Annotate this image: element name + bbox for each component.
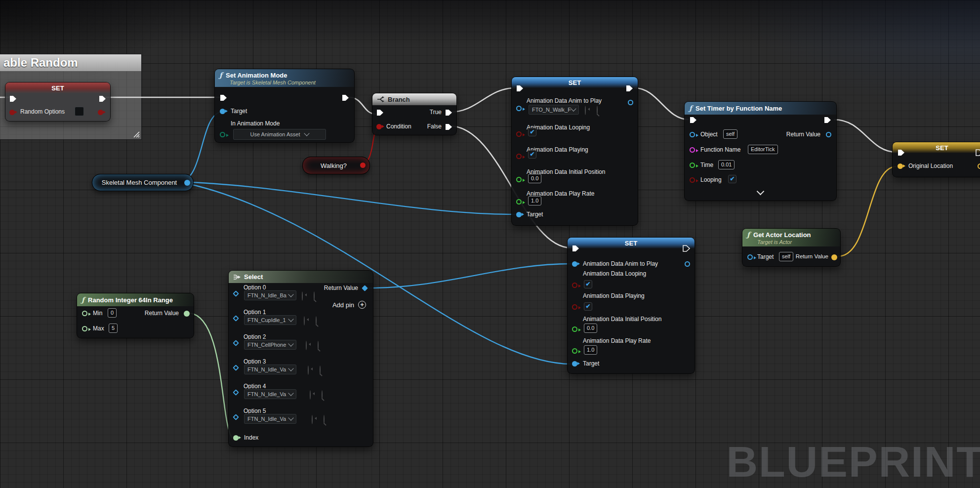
reset-to-default-icon[interactable] bbox=[308, 366, 309, 375]
index-pin[interactable] bbox=[233, 435, 239, 441]
reset-to-default-icon[interactable] bbox=[304, 316, 305, 325]
browse-asset-icon[interactable] bbox=[314, 291, 315, 301]
target-pin[interactable] bbox=[747, 254, 753, 260]
min-pin[interactable] bbox=[82, 311, 87, 316]
comment-resize-handle-icon[interactable] bbox=[132, 130, 140, 138]
node-expander-chevron-icon[interactable] bbox=[757, 188, 765, 196]
max-value[interactable]: 5 bbox=[109, 324, 118, 333]
looping-pin[interactable] bbox=[516, 131, 522, 137]
in-animation-mode-pin[interactable] bbox=[220, 132, 225, 137]
playing-pin[interactable] bbox=[516, 154, 522, 159]
exec-in-pin[interactable] bbox=[572, 245, 579, 252]
looping-pin[interactable] bbox=[572, 283, 577, 288]
option-3-dropdown[interactable]: FTN_N_Idle_Va bbox=[244, 364, 297, 375]
option-5-pin[interactable] bbox=[233, 414, 239, 420]
node-random-integer-64-in-range[interactable]: ƒ Random Integer 64In Range Min 0 Return… bbox=[77, 293, 194, 338]
play-rate-value[interactable]: 1.0 bbox=[584, 345, 597, 355]
looping-pin[interactable] bbox=[690, 177, 695, 183]
option-5-dropdown[interactable]: FTN_N_Idle_Va bbox=[244, 413, 297, 424]
comment-title[interactable]: able Random bbox=[0, 54, 141, 71]
playing-pin[interactable] bbox=[572, 304, 577, 310]
anim-to-play-in-pin[interactable] bbox=[516, 106, 522, 111]
option-0-pin[interactable] bbox=[233, 290, 239, 297]
add-pin-icon[interactable] bbox=[358, 301, 366, 309]
anim-to-play-in-pin[interactable] bbox=[572, 261, 577, 267]
object-pin[interactable] bbox=[690, 132, 695, 137]
looping-checkbox[interactable] bbox=[584, 280, 592, 288]
condition-pin[interactable] bbox=[376, 124, 382, 129]
true-exec-out-pin[interactable] bbox=[445, 109, 452, 116]
option-1-pin[interactable] bbox=[233, 315, 239, 322]
node-set-timer-by-function-name[interactable]: ƒ Set Timer by Function Name Object self… bbox=[684, 101, 837, 201]
playing-checkbox[interactable] bbox=[528, 150, 536, 159]
initial-position-pin[interactable] bbox=[516, 177, 522, 182]
return-value-pin[interactable] bbox=[362, 285, 368, 291]
anim-to-play-out-pin[interactable] bbox=[628, 100, 633, 105]
target-value[interactable]: self bbox=[779, 252, 793, 261]
browse-asset-icon[interactable] bbox=[597, 106, 598, 115]
option-4-pin[interactable] bbox=[233, 389, 239, 396]
browse-asset-icon[interactable] bbox=[318, 341, 319, 350]
return-value-pin[interactable] bbox=[184, 311, 190, 317]
node-get-actor-location[interactable]: ƒ Get Actor Location Target is Actor Tar… bbox=[742, 228, 841, 267]
play-rate-pin[interactable] bbox=[516, 199, 522, 204]
false-exec-out-pin[interactable] bbox=[445, 123, 452, 130]
walking-out-pin[interactable] bbox=[360, 163, 366, 168]
exec-in-pin[interactable] bbox=[516, 85, 524, 92]
target-pin[interactable] bbox=[516, 212, 522, 217]
exec-out-pin[interactable] bbox=[626, 85, 633, 92]
option-4-dropdown[interactable]: FTN_N_Idle_Va bbox=[244, 389, 297, 400]
node-set-anim-data-2[interactable]: SET Animation Data Anim to Play Animatio… bbox=[567, 237, 695, 374]
object-value[interactable]: self bbox=[723, 129, 737, 139]
option-2-pin[interactable] bbox=[233, 340, 239, 346]
node-set-anim-data-1[interactable]: SET Animation Data Anim to Play FTO_N_Wa… bbox=[511, 77, 638, 226]
original-location-out-pin[interactable] bbox=[978, 163, 980, 169]
exec-out-pin[interactable] bbox=[99, 95, 106, 102]
time-value[interactable]: 0.01 bbox=[718, 160, 735, 169]
var-walking[interactable]: Walking? bbox=[302, 157, 370, 174]
anim-to-play-out-pin[interactable] bbox=[685, 261, 690, 267]
node-set-random-options[interactable]: SET Random Options bbox=[5, 82, 111, 122]
target-pin[interactable] bbox=[220, 109, 225, 114]
play-rate-pin[interactable] bbox=[572, 348, 577, 354]
option-2-dropdown[interactable]: FTN_CellPhone bbox=[244, 339, 297, 350]
exec-in-pin[interactable] bbox=[376, 109, 384, 116]
exec-out-pin[interactable] bbox=[342, 94, 349, 101]
random-options-in-pin[interactable] bbox=[9, 110, 15, 115]
exec-out-pin[interactable] bbox=[683, 245, 690, 252]
option-3-pin[interactable] bbox=[233, 365, 239, 371]
add-pin-label[interactable]: Add pin bbox=[332, 301, 354, 309]
reset-to-default-icon[interactable] bbox=[312, 415, 313, 424]
function-name-pin[interactable] bbox=[690, 147, 695, 153]
return-value-pin[interactable] bbox=[826, 132, 831, 137]
initial-position-pin[interactable] bbox=[572, 326, 577, 332]
function-name-value[interactable]: EditorTick bbox=[748, 145, 778, 154]
min-value[interactable]: 0 bbox=[108, 308, 117, 318]
play-rate-value[interactable]: 1.0 bbox=[528, 196, 541, 205]
reset-to-default-icon[interactable] bbox=[310, 390, 311, 400]
exec-out-pin[interactable] bbox=[824, 117, 831, 123]
exec-in-pin[interactable] bbox=[898, 149, 905, 156]
exec-in-pin[interactable] bbox=[9, 95, 17, 102]
exec-in-pin[interactable] bbox=[690, 117, 697, 123]
reset-to-default-icon[interactable] bbox=[585, 106, 586, 115]
option-0-dropdown[interactable]: FTN_N_Idle_Ba bbox=[244, 290, 297, 301]
random-options-checkbox[interactable] bbox=[75, 107, 84, 116]
browse-asset-icon[interactable] bbox=[324, 415, 325, 424]
reset-to-default-icon[interactable] bbox=[306, 341, 307, 350]
browse-asset-icon[interactable] bbox=[322, 390, 323, 400]
target-pin[interactable] bbox=[572, 361, 577, 366]
exec-out-pin[interactable] bbox=[976, 149, 980, 156]
playing-checkbox[interactable] bbox=[584, 302, 592, 311]
original-location-in-pin[interactable] bbox=[898, 163, 903, 169]
browse-asset-icon[interactable] bbox=[316, 316, 317, 325]
time-pin[interactable] bbox=[690, 163, 695, 168]
skeletal-mesh-out-pin[interactable] bbox=[184, 180, 190, 186]
node-select[interactable]: Select Option 0 FTN_N_Idle_Ba Return Val… bbox=[228, 270, 373, 447]
exec-in-pin[interactable] bbox=[220, 94, 227, 101]
anim-to-play-dropdown[interactable]: FTO_N_Walk_F bbox=[528, 104, 579, 115]
option-1-dropdown[interactable]: FTN_CupIdle_1 bbox=[244, 315, 297, 325]
looping-checkbox[interactable] bbox=[528, 128, 536, 136]
return-value-pin[interactable] bbox=[831, 254, 837, 260]
max-pin[interactable] bbox=[82, 326, 87, 331]
